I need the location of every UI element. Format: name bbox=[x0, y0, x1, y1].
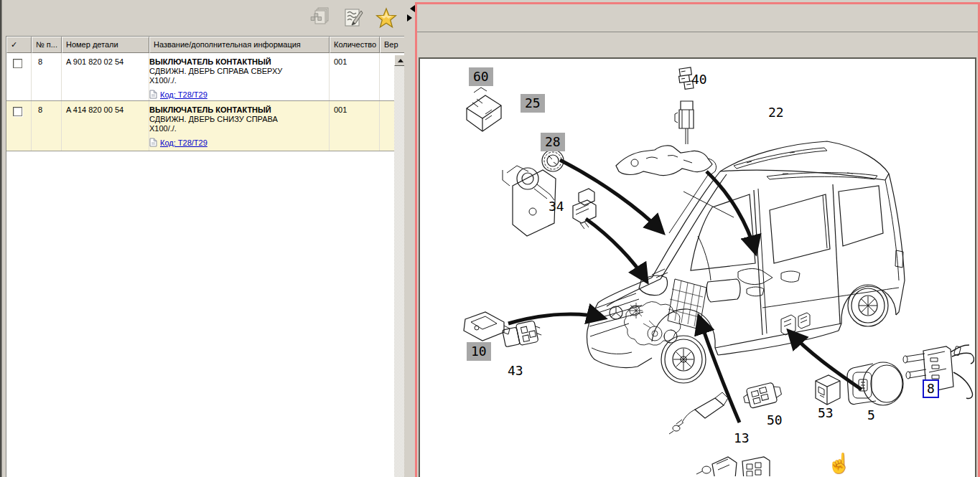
copy-parts-button[interactable] bbox=[307, 4, 333, 32]
collapse-left-icon[interactable] bbox=[406, 5, 415, 12]
table-header: ✓ № п... Номер детали Название/дополните… bbox=[6, 37, 409, 53]
callout-43[interactable]: 43 bbox=[508, 364, 523, 377]
part-bottom-right[interactable] bbox=[742, 457, 770, 476]
star-icon bbox=[375, 7, 397, 29]
header-qty[interactable]: Количество bbox=[330, 37, 380, 53]
app-window: ✓ № п... Номер детали Название/дополните… bbox=[0, 0, 980, 477]
callout-34[interactable]: 34 bbox=[549, 200, 564, 213]
edit-note-button[interactable] bbox=[340, 4, 366, 32]
arrow-to-engine bbox=[586, 219, 646, 280]
row-pos: 8 bbox=[32, 53, 62, 100]
callout-50[interactable]: 50 bbox=[767, 414, 783, 427]
up-arrow-icon bbox=[398, 56, 403, 62]
header-pos[interactable]: № п... bbox=[32, 37, 62, 53]
part-bottom-left[interactable] bbox=[696, 457, 737, 476]
header-name[interactable]: Название/дополнительная информация bbox=[149, 37, 330, 53]
part-desc: X100/./. bbox=[149, 124, 329, 133]
part-hood-latch[interactable] bbox=[616, 146, 717, 176]
code-link[interactable]: Код: Т28/Т29 bbox=[160, 138, 207, 147]
row-checkbox[interactable] bbox=[13, 107, 22, 116]
part-25[interactable] bbox=[503, 166, 556, 236]
header-number[interactable]: Номер детали bbox=[62, 37, 149, 53]
callout-60[interactable]: 60 bbox=[469, 67, 493, 86]
part-13[interactable] bbox=[669, 392, 728, 434]
row-checkbox[interactable] bbox=[13, 59, 22, 68]
part-60[interactable] bbox=[467, 88, 501, 131]
toolbar bbox=[6, 0, 409, 36]
parts-table: ✓ № п... Номер детали Название/дополните… bbox=[6, 36, 409, 477]
callout-5[interactable]: 5 bbox=[867, 409, 875, 422]
favorites-star-button[interactable] bbox=[373, 4, 399, 32]
callout-10[interactable]: 10 bbox=[467, 342, 491, 361]
callout-53[interactable]: 53 bbox=[818, 407, 834, 420]
part-desc: СДВИЖН. ДВЕРЬ СПРАВА СВЕРХУ bbox=[149, 67, 329, 76]
window-frame-edge bbox=[0, 0, 6, 477]
edit-note-icon bbox=[342, 6, 365, 30]
part-53[interactable] bbox=[816, 375, 840, 405]
part-10[interactable] bbox=[464, 312, 510, 341]
row-qty: 001 bbox=[330, 101, 380, 151]
part-desc: X100/./. bbox=[149, 76, 329, 85]
part-name: ВЫКЛЮЧАТЕЛЬ КОНТАКТНЫЙ bbox=[149, 57, 329, 67]
arrow-to-door bbox=[706, 171, 755, 252]
part-22[interactable] bbox=[675, 101, 694, 144]
panel-splitter[interactable] bbox=[404, 0, 415, 477]
arrow-to-sill bbox=[699, 318, 739, 422]
header-check[interactable]: ✓ bbox=[6, 37, 32, 53]
callout-13[interactable]: 13 bbox=[734, 432, 750, 445]
diagram-panel: 60 25 28 40 22 34 10 43 13 50 53 5 8 ☝ bbox=[415, 2, 980, 477]
hand-cursor: ☝ bbox=[827, 452, 851, 475]
callout-22[interactable]: 22 bbox=[768, 106, 784, 119]
row-part-number: A 901 820 02 54 bbox=[62, 53, 149, 100]
callout-28[interactable]: 28 bbox=[541, 133, 565, 151]
row-qty: 001 bbox=[330, 53, 380, 100]
diagram-viewport[interactable]: 60 25 28 40 22 34 10 43 13 50 53 5 8 ☝ bbox=[419, 57, 976, 477]
exploded-parts-drawing bbox=[420, 59, 974, 476]
part-name: ВЫКЛЮЧАТЕЛЬ КОНТАКТНЫЙ bbox=[149, 105, 329, 115]
table-row-selected[interactable]: 8 A 414 820 00 54 ВЫКЛЮЧАТЕЛЬ КОНТАКТНЫЙ… bbox=[6, 101, 409, 151]
part-50[interactable] bbox=[742, 381, 783, 410]
code-link[interactable]: Код: Т28/Т29 bbox=[160, 90, 207, 99]
row-part-number: A 414 820 00 54 bbox=[62, 101, 149, 151]
callout-40[interactable]: 40 bbox=[691, 73, 707, 86]
document-icon bbox=[149, 138, 157, 147]
document-icon bbox=[149, 90, 157, 99]
table-row[interactable]: 8 A 901 820 02 54 ВЫКЛЮЧАТЕЛЬ КОНТАКТНЫЙ… bbox=[6, 53, 409, 101]
row-pos: 8 bbox=[32, 101, 62, 151]
callout-8-selected[interactable]: 8 bbox=[923, 379, 939, 398]
copy-pages-icon bbox=[309, 6, 332, 30]
diagram-subheader bbox=[417, 33, 978, 57]
arrow-to-latch bbox=[790, 332, 862, 389]
callout-25[interactable]: 25 bbox=[521, 94, 545, 113]
part-desc: СДВИЖН. ДВЕРЬ СНИЗУ СПРАВА bbox=[149, 115, 329, 124]
arrow-to-cowl bbox=[560, 160, 662, 232]
diagram-header bbox=[417, 4, 978, 32]
